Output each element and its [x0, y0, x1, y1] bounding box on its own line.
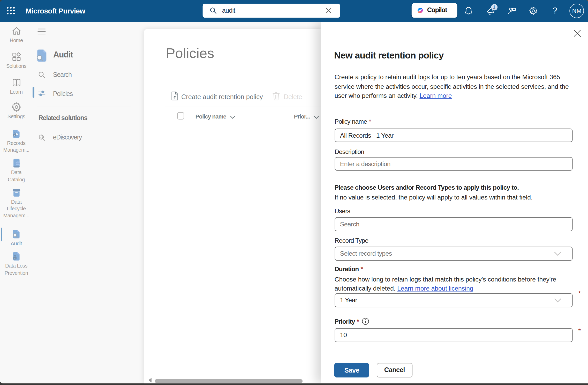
input-value: 10	[340, 331, 347, 338]
choose-subtext: If no value is selected, the policy will…	[335, 193, 533, 202]
record-type-dropdown[interactable]: Select record types	[335, 247, 572, 261]
help-button[interactable]: ?	[544, 0, 566, 22]
priority-label: Priority*	[335, 317, 359, 326]
panel-intro: Create a policy to retain audit logs for…	[335, 72, 569, 100]
panel-title: New audit retention policy	[334, 49, 444, 62]
feedback-icon	[508, 6, 517, 15]
clear-search-icon[interactable]	[325, 7, 333, 14]
required-asterisk: *	[369, 118, 371, 125]
avatar[interactable]: NM	[570, 3, 584, 18]
settings-button[interactable]	[523, 0, 544, 22]
copilot-icon	[417, 7, 424, 14]
description-input[interactable]: Enter a description	[335, 157, 572, 171]
purview-app: Microsoft Purview audit	[0, 0, 588, 385]
app-title: Microsoft Purview	[26, 0, 85, 22]
new-audit-retention-policy-panel: New audit retention policy Create a poli…	[320, 22, 588, 383]
app-launcher-waffle-icon[interactable]	[7, 7, 15, 14]
intro-line: service where the activities occur, spec…	[335, 83, 569, 90]
input-placeholder: Enter a description	[340, 160, 390, 168]
whats-new-badge: 1	[491, 4, 497, 10]
required-asterisk: *	[360, 265, 363, 272]
choose-heading: Please choose Users and/or Record Types …	[335, 183, 519, 192]
duration-help: Choose how long to retain logs that matc…	[335, 275, 556, 293]
label-text: Duration	[335, 265, 359, 272]
cancel-button[interactable]: Cancel	[376, 363, 412, 377]
dropdown-placeholder: Select record types	[340, 250, 392, 257]
panel-overlay	[0, 22, 321, 383]
intro-line: user who performs an activity.	[335, 92, 418, 99]
copilot-label: Copilot	[427, 3, 447, 18]
help-line: automatically deleted.	[335, 285, 397, 292]
learn-more-link[interactable]: Learn more	[419, 92, 452, 99]
chevron-down-icon	[554, 298, 561, 302]
duration-dropdown[interactable]: 1 Year	[335, 293, 572, 307]
chevron-down-icon	[554, 252, 561, 256]
description-label: Description	[335, 147, 364, 156]
top-bar: Microsoft Purview audit	[0, 0, 588, 22]
question-icon: ?	[553, 6, 557, 16]
required-asterisk: *	[357, 317, 359, 325]
intro-line: Create a policy to retain audit logs for…	[335, 73, 560, 81]
required-asterisk-outside: *	[578, 327, 581, 335]
bell-icon	[464, 6, 473, 15]
workspace: Home Solutions	[0, 22, 588, 383]
search-icon	[209, 7, 217, 14]
close-panel-icon[interactable]	[573, 29, 581, 37]
licensing-link[interactable]: Learn more about licensing	[397, 285, 473, 292]
notifications-button[interactable]	[458, 0, 479, 22]
required-asterisk-outside: *	[578, 290, 581, 297]
policy-name-input[interactable]: All Records - 1 Year	[335, 128, 572, 142]
users-label: Users	[335, 206, 350, 216]
info-icon[interactable]	[362, 317, 369, 325]
label-text: Policy name	[335, 118, 367, 125]
global-search-input[interactable]: audit	[203, 4, 340, 18]
duration-label: Duration*	[335, 264, 363, 273]
save-button[interactable]: Save	[334, 363, 369, 377]
record-type-label: Record Type	[335, 236, 368, 245]
policy-name-label: Policy name*	[335, 117, 371, 126]
dropdown-value: 1 Year	[340, 297, 357, 304]
users-search-input[interactable]: Search	[335, 217, 572, 231]
input-value: All Records - 1 Year	[340, 131, 394, 139]
label-text: Priority	[335, 317, 355, 325]
search-value: audit	[222, 4, 235, 18]
gear-icon	[529, 6, 538, 15]
input-placeholder: Search	[340, 220, 359, 228]
copilot-button[interactable]: Copilot	[412, 3, 457, 18]
whats-new-button[interactable]	[479, 0, 501, 22]
priority-input[interactable]: 10	[335, 328, 572, 342]
feedback-button[interactable]	[501, 0, 523, 22]
help-line: Choose how long to retain logs that matc…	[335, 276, 556, 283]
